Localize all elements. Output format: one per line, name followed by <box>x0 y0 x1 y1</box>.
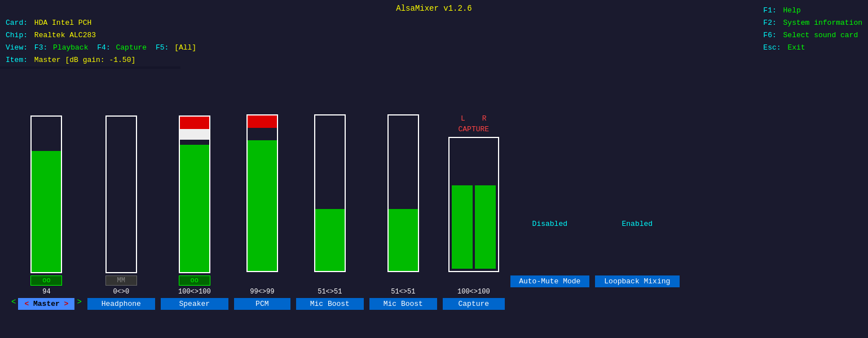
capture-level: 100<>100 <box>457 288 490 296</box>
channel-loopback: Enabled Loopback Mixing <box>595 220 680 310</box>
chip-label: Chip: <box>6 31 28 39</box>
pcm-fader <box>246 114 278 272</box>
channels-row: < oo 94 < Master > > <box>0 69 868 310</box>
channel-headphone[interactable]: MM 0<>0 Headphone <box>87 115 155 310</box>
f6-key: F6: <box>763 31 776 39</box>
f2-label: System information <box>783 19 862 27</box>
speaker-label-bar: Speaker <box>161 298 228 310</box>
auto-mute-label-bar: Auto-Mute Mode <box>510 275 589 287</box>
speaker-level: 100<>100 <box>178 288 211 296</box>
pcm-red <box>248 115 277 128</box>
capture-label-text: CAPTURE <box>459 125 490 134</box>
shortcut-esc: Esc: Exit <box>763 42 862 54</box>
capture-fader <box>448 137 499 272</box>
speaker-green <box>180 145 209 272</box>
f3-value: Playback <box>53 43 88 52</box>
capture-left-green <box>452 185 473 269</box>
channel-mic-boost-2[interactable]: 51<>51 Mic Boost <box>369 114 437 310</box>
f2-key: F2: <box>763 19 776 27</box>
mic-boost-2-green <box>389 209 418 271</box>
headphone-badge: MM <box>105 275 137 286</box>
channel-pcm[interactable]: 99<>99 PCM <box>234 114 290 310</box>
capture-lr-labels: L R <box>461 114 487 123</box>
speaker-fader <box>179 115 210 273</box>
master-level: 94 <box>42 288 50 296</box>
mic-boost-1-level: 51<>51 <box>318 288 342 296</box>
master-label: < Master > <box>18 298 74 310</box>
pcm-level: 99<>99 <box>250 288 274 296</box>
master-channel-group: < oo 94 < Master > > <box>11 115 82 310</box>
channel-speaker[interactable]: oo 100<>100 Speaker <box>161 115 228 310</box>
channel-auto-mute: Disabled Auto-Mute Mode <box>510 220 589 310</box>
master-badge: oo <box>30 275 62 286</box>
card-value: HDA Intel PCH <box>34 19 91 27</box>
pcm-label-bar: PCM <box>234 298 290 310</box>
master-fader <box>30 115 62 273</box>
f4-label: F4: <box>97 43 110 52</box>
f5-label: F5: <box>156 43 169 52</box>
mic-boost-2-label-bar: Mic Boost <box>369 298 437 310</box>
f3-label: F3: <box>34 43 47 52</box>
auto-mute-status: Disabled <box>532 220 567 228</box>
loopback-label-bar: Loopback Mixing <box>595 275 680 287</box>
mixer-title: AlsaMixer v1.2.6 <box>396 4 472 13</box>
master-arrow-right: > <box>77 297 81 310</box>
alsamixer-terminal: Подпишитесь минимум на 10 тегов, чтобы с… <box>0 0 868 310</box>
info-row-4: Item: Master [dB gain: -1.50] <box>6 54 862 66</box>
capture-right-green <box>475 185 496 269</box>
headphone-label-bar: Headphone <box>87 298 155 310</box>
speaker-badge: oo <box>179 275 210 286</box>
f6-label: Select sound card <box>783 31 858 39</box>
f1-label: Help <box>783 6 801 15</box>
chip-value: Realtek ALC283 <box>34 31 96 39</box>
shortcut-f1: F1: Help <box>763 5 862 17</box>
mic-boost-1-label-bar: Mic Boost <box>296 298 364 310</box>
mic-boost-1-fader <box>314 114 346 272</box>
capture-right <box>475 140 496 269</box>
esc-key: Esc: <box>763 43 781 52</box>
mic-boost-2-fader <box>387 114 419 272</box>
master-label-text: Master <box>33 300 64 308</box>
master-arrow-left: < <box>11 297 16 310</box>
item-label: Item: <box>6 56 28 64</box>
capture-left <box>452 140 473 269</box>
loopback-status: Enabled <box>622 220 653 228</box>
pcm-green <box>248 140 277 271</box>
mic-boost-2-level: 51<>51 <box>391 288 415 296</box>
channel-master[interactable]: oo 94 < Master > <box>18 115 74 310</box>
info-row-3: View: F3: Playback F4: Capture F5: [All] <box>6 42 862 54</box>
item-value: Master [dB gain: -1.50] <box>34 56 135 64</box>
info-bar: AlsaMixer v1.2.6 Card: HDA Intel PCH Chi… <box>0 0 868 66</box>
fader-section: < oo 94 < Master > > <box>0 69 868 310</box>
f4-value: Capture <box>116 43 147 52</box>
mic-boost-1-green <box>315 209 345 271</box>
f5-value: [All] <box>174 43 196 52</box>
card-label: Card: <box>6 19 28 27</box>
info-title-row: AlsaMixer v1.2.6 <box>6 2 862 16</box>
capture-l-label: L <box>461 114 465 123</box>
f1-key: F1: <box>763 6 776 15</box>
capture-label-bar: Capture <box>443 298 505 310</box>
capture-r-label: R <box>482 114 487 123</box>
speaker-red <box>180 117 209 129</box>
headphone-level: 0<>0 <box>113 288 129 296</box>
headphone-fader <box>105 115 137 273</box>
shortcut-f2: F2: System information <box>763 17 862 29</box>
channel-capture[interactable]: L R CAPTURE 100<>100 Capture <box>443 114 505 310</box>
master-fader-fill <box>32 151 61 272</box>
info-row-1: Card: HDA Intel PCH <box>6 17 862 29</box>
esc-label: Exit <box>787 43 805 52</box>
speaker-white <box>180 129 209 140</box>
info-row-2: Chip: Realtek ALC283 <box>6 29 862 42</box>
master-arrow-l-label: < <box>24 300 29 308</box>
shortcut-f6: F6: Select sound card <box>763 29 862 42</box>
master-arrow-r-label: > <box>64 300 69 308</box>
channel-mic-boost-1[interactable]: 51<>51 Mic Boost <box>296 114 364 310</box>
shortcuts-panel: F1: Help F2: System information F6: Sele… <box>763 5 862 54</box>
view-label: View: <box>6 43 28 52</box>
